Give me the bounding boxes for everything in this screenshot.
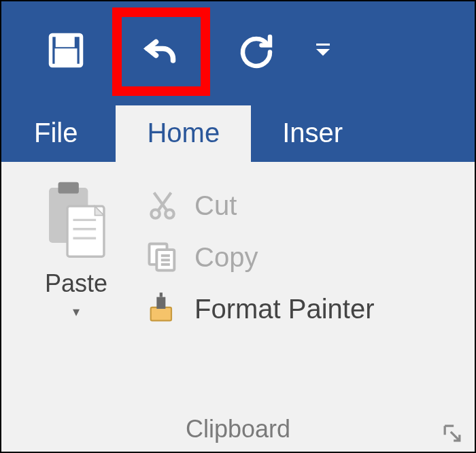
paste-label: Paste bbox=[45, 269, 107, 298]
clipboard-group-name: Clipboard bbox=[186, 415, 290, 443]
customize-dropdown-icon bbox=[313, 42, 333, 61]
svg-point-10 bbox=[165, 209, 174, 218]
svg-rect-2 bbox=[316, 44, 330, 46]
svg-rect-18 bbox=[151, 307, 171, 321]
quick-access-toolbar bbox=[1, 1, 475, 102]
redo-button[interactable] bbox=[229, 24, 284, 79]
copy-icon bbox=[143, 239, 182, 275]
customize-qat-button[interactable] bbox=[309, 38, 337, 65]
redo-icon bbox=[236, 30, 277, 73]
format-painter-icon bbox=[143, 291, 182, 326]
ribbon: Paste ▾ Cut bbox=[1, 162, 475, 452]
cut-label: Cut bbox=[194, 190, 237, 221]
tab-insert[interactable]: Inser bbox=[251, 105, 343, 162]
paste-button[interactable]: Paste ▾ bbox=[29, 175, 124, 411]
cut-button[interactable]: Cut bbox=[143, 188, 375, 223]
chevron-down-icon: ▾ bbox=[73, 304, 80, 319]
clipboard-actions: Cut Copy bbox=[124, 175, 375, 411]
svg-rect-19 bbox=[156, 297, 165, 309]
tab-file[interactable]: File bbox=[1, 105, 116, 162]
cut-icon bbox=[143, 188, 182, 223]
save-button[interactable] bbox=[39, 24, 93, 79]
copy-label: Copy bbox=[194, 242, 258, 273]
undo-highlight-box bbox=[112, 7, 210, 96]
svg-point-9 bbox=[151, 209, 160, 218]
clipboard-dialog-launcher[interactable] bbox=[443, 424, 461, 442]
format-painter-button[interactable]: Format Painter bbox=[143, 291, 375, 326]
clipboard-group-body: Paste ▾ Cut bbox=[1, 162, 475, 411]
undo-button[interactable] bbox=[122, 17, 201, 86]
paste-icon bbox=[41, 181, 112, 261]
svg-rect-1 bbox=[56, 50, 75, 64]
ribbon-tabs: File Home Inser bbox=[1, 102, 475, 162]
format-painter-label: Format Painter bbox=[194, 294, 375, 324]
undo-icon bbox=[141, 30, 182, 73]
paste-dropdown-arrow[interactable]: ▾ bbox=[73, 303, 80, 320]
dialog-launcher-icon bbox=[443, 433, 461, 444]
copy-button[interactable]: Copy bbox=[143, 239, 375, 275]
save-icon bbox=[46, 30, 86, 73]
svg-rect-4 bbox=[58, 182, 78, 194]
clipboard-group-footer: Clipboard bbox=[1, 411, 475, 452]
tab-home[interactable]: Home bbox=[116, 105, 251, 162]
clipboard-group: Paste ▾ Cut bbox=[1, 162, 475, 452]
